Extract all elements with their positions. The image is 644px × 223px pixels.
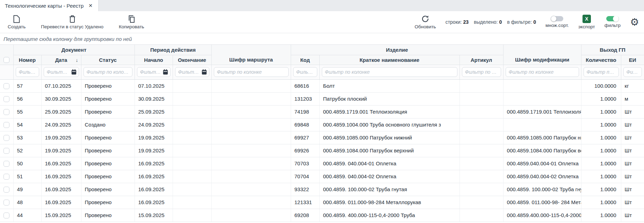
filter-input-num[interactable] — [16, 67, 39, 77]
tab-close-icon[interactable]: ✕ — [88, 3, 93, 8]
set-status-deleted-label: Перевести в статус Удалено — [41, 24, 103, 29]
cell-article — [460, 209, 503, 222]
select-all-checkbox[interactable] — [3, 57, 9, 63]
group-by-drop-zone[interactable]: Перетащите сюда колонку для группировки … — [0, 33, 644, 45]
filter-input-mod[interactable] — [506, 67, 579, 77]
filter-toggle[interactable]: фильтр — [605, 16, 621, 28]
row-checkbox[interactable] — [3, 122, 9, 128]
settings-gear-icon[interactable]: ⚙ — [630, 17, 639, 27]
filter-name-field[interactable] — [325, 69, 455, 75]
column-header-name[interactable]: Краткое наименование — [319, 55, 460, 65]
tab-bar: Технологические карты - Реестр ✕ — [0, 0, 644, 11]
cell-route — [211, 209, 291, 222]
filter-num-field[interactable] — [19, 69, 37, 75]
column-header-start[interactable]: Начало — [135, 55, 173, 65]
column-header-status[interactable]: Статус — [81, 55, 135, 65]
table-row[interactable]: 4816.09.2025Проверено16.09.2025121331000… — [0, 196, 644, 209]
calendar-icon[interactable] — [202, 69, 207, 75]
create-button[interactable]: Создать — [8, 15, 26, 29]
table-row[interactable]: 4415.09.2025Проверено15.09.202569208000.… — [0, 209, 644, 222]
filter-switch-icon[interactable] — [606, 16, 619, 21]
table-row[interactable]: 5319.09.2025Проверено19.09.202569927000.… — [0, 131, 644, 144]
column-header-mod[interactable]: Шифр модификации — [503, 45, 581, 65]
group-header-product[interactable]: Изделие — [291, 45, 503, 55]
filter-input-article[interactable] — [462, 67, 501, 77]
row-checkbox[interactable] — [3, 135, 9, 141]
cell-qty: 1.0000 — [581, 118, 621, 131]
filter-input-end[interactable] — [175, 67, 209, 77]
cell-num: 50 — [13, 157, 41, 170]
filter-code-field[interactable] — [296, 69, 315, 75]
multisort-switch-icon[interactable] — [551, 16, 563, 21]
column-header-num[interactable]: Номер — [13, 55, 41, 65]
filter-input-start[interactable] — [137, 67, 171, 77]
column-header-route[interactable]: Шифр маршрута — [211, 45, 291, 65]
copy-icon — [128, 15, 136, 23]
cell-article — [460, 183, 503, 196]
cell-mod — [503, 118, 581, 131]
table-row[interactable]: 5116.09.2025Проверено16.09.202570704000.… — [0, 170, 644, 183]
filter-input-status[interactable] — [84, 67, 132, 77]
cell-qty: 1.0000 — [581, 144, 621, 157]
filter-date-field[interactable] — [47, 69, 70, 75]
row-checkbox[interactable] — [3, 96, 9, 102]
filter-article-field[interactable] — [465, 69, 499, 75]
filter-input-route[interactable] — [214, 67, 289, 77]
filter-unit-field[interactable] — [627, 69, 639, 75]
filter-input-code[interactable] — [293, 67, 317, 77]
column-header-unit[interactable]: ЕИ — [621, 55, 644, 65]
row-checkbox[interactable] — [3, 109, 9, 115]
cell-code: 69926 — [291, 144, 319, 157]
row-checkbox[interactable] — [3, 213, 9, 218]
column-header-code[interactable]: Код — [291, 55, 319, 65]
column-header-end[interactable]: Окончание — [173, 55, 211, 65]
refresh-label: Обновить — [415, 24, 436, 29]
row-checkbox[interactable] — [3, 200, 9, 206]
column-header-article[interactable]: Артикул — [460, 55, 503, 65]
cell-code: 69927 — [291, 131, 319, 144]
row-checkbox[interactable] — [3, 187, 9, 193]
row-select-cell — [0, 170, 13, 183]
refresh-icon — [421, 15, 429, 23]
column-header-date[interactable]: Дата↓ — [41, 55, 81, 65]
row-checkbox[interactable] — [3, 83, 9, 89]
tab-tech-cards[interactable]: Технологические карты - Реестр ✕ — [0, 0, 99, 11]
filter-start-field[interactable] — [140, 69, 161, 75]
cell-route — [211, 144, 291, 157]
row-checkbox[interactable] — [3, 148, 9, 154]
group-header-output[interactable]: Выход ГП — [581, 45, 644, 55]
table-row[interactable]: 5707.10.2025Проверено07.10.202568616Болт… — [0, 79, 644, 92]
table-row[interactable]: 5630.09.2025Проверено30.09.2025131203Пат… — [0, 92, 644, 105]
filter-input-unit[interactable] — [623, 67, 642, 77]
table-row[interactable]: 5424.09.2025Создано24.09.202569848000.48… — [0, 118, 644, 131]
filter-end-field[interactable] — [178, 69, 200, 75]
filter-mod-field[interactable] — [509, 69, 577, 75]
calendar-icon[interactable] — [71, 69, 77, 75]
multisort-toggle[interactable]: множ.сорт. — [545, 16, 569, 28]
cell-end — [173, 79, 211, 92]
refresh-button[interactable]: Обновить — [415, 15, 436, 29]
filter-input-name[interactable] — [322, 67, 457, 77]
filter-route-field[interactable] — [217, 69, 286, 75]
table-row[interactable]: 5525.09.2025Проверено25.09.202574198000.… — [0, 105, 644, 118]
column-header-qty[interactable]: Количество — [581, 55, 621, 65]
table-row[interactable]: 4916.09.2025Проверено16.09.202593322000.… — [0, 183, 644, 196]
calendar-icon[interactable] — [163, 69, 168, 75]
set-status-deleted-button[interactable]: Перевести в статус Удалено — [41, 15, 103, 29]
table-row[interactable]: 5219.09.2025Проверено19.09.202569926000.… — [0, 144, 644, 157]
table-row[interactable]: 5016.09.2025Проверено16.09.202570703000.… — [0, 157, 644, 170]
row-checkbox[interactable] — [3, 161, 9, 167]
filter-qty-field[interactable] — [587, 69, 616, 75]
filter-input-date[interactable] — [44, 67, 79, 77]
cell-start: 15.09.2025 — [135, 209, 173, 222]
filter-status-field[interactable] — [87, 69, 130, 75]
row-checkbox[interactable] — [3, 174, 9, 180]
group-header-period[interactable]: Период действия — [135, 45, 211, 55]
cell-name: 000.4859.1084.000 Патрубок верхний — [319, 144, 460, 157]
copy-button[interactable]: Копировать — [119, 15, 144, 29]
filter-input-qty[interactable] — [584, 67, 619, 77]
group-header-document[interactable]: Документ — [13, 45, 135, 55]
cell-end — [173, 183, 211, 196]
sort-desc-icon[interactable]: ↓ — [76, 55, 78, 65]
export-button[interactable]: X экспорт — [578, 15, 595, 29]
